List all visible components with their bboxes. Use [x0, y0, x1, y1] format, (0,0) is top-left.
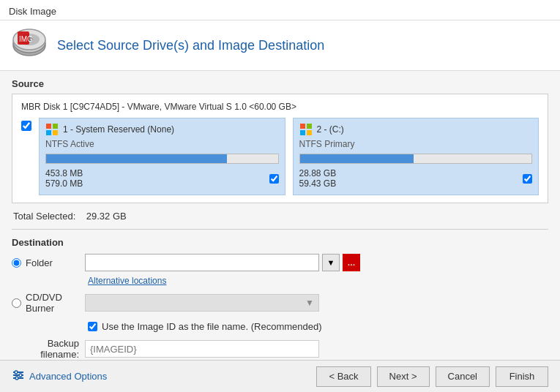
- use-image-id-label: Use the Image ID as the file name. (Reco…: [102, 321, 322, 332]
- cancel-button[interactable]: Cancel: [436, 366, 490, 387]
- back-button[interactable]: < Back: [316, 366, 370, 387]
- total-selected-label: Total Selected:: [13, 211, 75, 222]
- svg-rect-7: [46, 124, 51, 129]
- destination-label: Destination: [12, 237, 548, 248]
- svg-point-20: [15, 377, 18, 380]
- partition-1-size2: 579.0 MB: [45, 178, 83, 189]
- partition-2-progress-bg: [299, 154, 533, 164]
- backup-filename-row: Backup filename:: [12, 338, 548, 360]
- browse-btn[interactable]: …: [343, 254, 360, 271]
- folder-input[interactable]: [85, 254, 319, 271]
- use-image-id-checkbox[interactable]: [88, 322, 97, 331]
- cddvd-radio-label[interactable]: CD/DVD Burner: [12, 292, 85, 314]
- partition-1-header: 1 - System Reserved (None): [45, 123, 279, 136]
- svg-rect-12: [307, 124, 312, 129]
- cddvd-row: CD/DVD Burner ▼: [12, 292, 548, 314]
- alt-locations-link[interactable]: Alternative locations: [88, 276, 548, 286]
- partition-2-size1: 28.88 GB: [299, 168, 337, 178]
- backup-filename-input[interactable]: [85, 340, 319, 358]
- destination-section: Destination Folder ▼ … Alternative locat…: [12, 237, 548, 360]
- partition-1-type: NTFS Active: [45, 139, 279, 149]
- folder-row: Folder ▼ …: [12, 254, 548, 271]
- footer-buttons: < Back Next > Cancel Finish: [316, 366, 548, 387]
- use-image-id-row: Use the Image ID as the file name. (Reco…: [88, 321, 548, 332]
- partitions-row: 1 - System Reserved (None) NTFS Active 4…: [21, 118, 539, 195]
- partition-1-card: 1 - System Reserved (None) NTFS Active 4…: [39, 118, 285, 195]
- partition-2-name: 2 - (C:): [317, 124, 344, 135]
- folder-label-text: Folder: [26, 257, 53, 268]
- svg-rect-11: [300, 124, 305, 129]
- partition-2-checkbox[interactable]: [523, 174, 532, 184]
- windows-icon-1: [45, 123, 59, 136]
- svg-rect-14: [307, 130, 312, 135]
- partition-1-name: 1 - System Reserved (None): [63, 124, 174, 135]
- separator: [12, 229, 548, 230]
- disk-label: MBR Disk 1 [C9C74AD5] - VMware, VMware V…: [21, 102, 539, 112]
- svg-text:IMG: IMG: [19, 35, 33, 43]
- partition-1-sizes: 453.8 MB 579.0 MB: [45, 168, 279, 189]
- backup-filename-label: Backup filename:: [12, 338, 85, 360]
- folder-input-group: ▼ …: [85, 254, 360, 271]
- windows-icon-2: [299, 123, 313, 136]
- partition-2-sizes: 28.88 GB 59.43 GB: [299, 168, 533, 189]
- title-bar: Disk Image: [0, 0, 560, 20]
- cddvd-label-text: CD/DVD Burner: [26, 292, 85, 314]
- source-label: Source: [12, 78, 548, 89]
- header-icon: IMG: [12, 28, 47, 63]
- window-title: Disk Image: [9, 6, 56, 17]
- partition-2-card: 2 - (C:) NTFS Primary 28.88 GB 59.43 GB: [293, 118, 540, 195]
- svg-rect-9: [46, 130, 51, 135]
- header-title: Select Source Drive(s) and Image Destina…: [57, 38, 324, 53]
- advanced-options-icon: [12, 369, 25, 385]
- partition-2-header: 2 - (C:): [299, 123, 533, 136]
- partition-1-progress-fill: [46, 154, 227, 163]
- partition-2-type: NTFS Primary: [299, 139, 533, 149]
- finish-button[interactable]: Finish: [496, 366, 548, 387]
- svg-rect-8: [53, 124, 58, 129]
- footer: Advanced Options < Back Next > Cancel Fi…: [0, 360, 560, 392]
- folder-radio-label[interactable]: Folder: [12, 257, 85, 268]
- select-all-col[interactable]: [21, 118, 31, 133]
- source-box: MBR Disk 1 [C9C74AD5] - VMware, VMware V…: [12, 94, 548, 203]
- svg-point-18: [15, 371, 18, 374]
- partition-1-checkbox[interactable]: [269, 174, 279, 184]
- total-selected-row: Total Selected: 29.32 GB: [12, 211, 548, 222]
- header-section: IMG Select Source Drive(s) and Image Des…: [0, 20, 560, 71]
- partition-1-progress-bg: [45, 154, 279, 164]
- advanced-options-text: Advanced Options: [29, 371, 107, 382]
- next-button[interactable]: Next >: [377, 366, 430, 387]
- partition-2-size2: 59.43 GB: [299, 178, 337, 189]
- folder-radio[interactable]: [12, 258, 21, 268]
- advanced-options-link[interactable]: Advanced Options: [12, 369, 107, 385]
- svg-rect-13: [300, 130, 305, 135]
- select-all-checkbox[interactable]: [21, 121, 31, 131]
- cddvd-radio[interactable]: [12, 298, 21, 308]
- partition-2-progress-fill: [300, 154, 414, 163]
- total-selected-value: 29.32 GB: [86, 211, 127, 222]
- folder-dropdown-btn[interactable]: ▼: [322, 254, 340, 271]
- svg-point-19: [19, 374, 22, 377]
- main-content: Source MBR Disk 1 [C9C74AD5] - VMware, V…: [0, 71, 560, 360]
- cddvd-dropdown[interactable]: ▼: [85, 294, 319, 312]
- partition-1-size1: 453.8 MB: [45, 168, 83, 178]
- svg-rect-10: [53, 130, 58, 135]
